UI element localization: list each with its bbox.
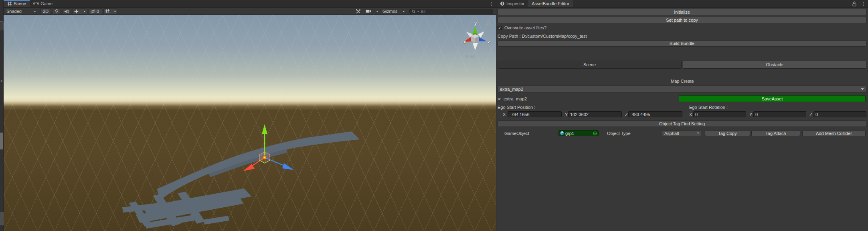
object-tag-setting-header[interactable]: Object Tag Find Setting xyxy=(498,121,866,127)
overwrite-checkbox[interactable]: ✓ xyxy=(498,26,502,30)
object-type-dropdown[interactable]: Asphalt xyxy=(662,130,701,136)
mode-tab-scene-label: Scene xyxy=(583,62,596,67)
foldout-triangle-icon xyxy=(498,98,501,100)
tab-game-label: Game xyxy=(40,1,53,6)
map-foldout-label: extra_map2 xyxy=(504,96,527,101)
unlock-icon[interactable] xyxy=(852,1,857,6)
hidden-count: 0 xyxy=(97,9,99,14)
chevron-down-icon xyxy=(417,11,419,12)
tab-game[interactable]: Game xyxy=(30,0,56,7)
rot-z-input[interactable] xyxy=(813,111,866,117)
inspector-tabbar: Inspector AssetBundle Editor ⋮ xyxy=(496,0,868,8)
shading-mode-dropdown[interactable]: Shaded xyxy=(4,8,38,14)
inspector-panel: Inspector AssetBundle Editor ⋮ Initializ… xyxy=(496,0,868,231)
mode-tab-obstacle[interactable]: Obstacle xyxy=(683,61,866,69)
tab-assetbundle-editor[interactable]: AssetBundle Editor xyxy=(528,0,573,7)
wrench-tools-icon xyxy=(356,9,361,14)
chevron-right-icon: › xyxy=(0,78,2,83)
gizmos-dropdown[interactable]: Gizmos xyxy=(381,8,406,14)
camera-icon xyxy=(366,9,372,13)
scene-search-text: All xyxy=(421,9,425,14)
tag-copy-button[interactable]: Tag Copy xyxy=(705,130,750,136)
scene-viewport[interactable]: y x z ≡ Iso xyxy=(4,15,496,231)
tag-copy-label: Tag Copy xyxy=(718,131,736,136)
tag-attach-button[interactable]: Tag Attach xyxy=(751,130,800,136)
scene-tabbar: Scene Game ⋮ xyxy=(4,0,496,8)
lock-icon[interactable] xyxy=(486,20,491,26)
add-mesh-collider-button[interactable]: Add Mesh Collider xyxy=(802,130,866,136)
gizmo-axis-x-label[interactable]: x xyxy=(463,39,466,44)
pos-x-input[interactable] xyxy=(508,111,562,117)
scene-visibility-button[interactable]: 0 xyxy=(89,8,102,14)
toggle-2d-label: 2D xyxy=(43,9,49,14)
gizmo-axis-z-label[interactable]: z xyxy=(488,39,490,44)
initialize-button[interactable]: Initialize xyxy=(498,9,866,15)
scene-grid-icon xyxy=(7,1,12,6)
overwrite-label: Overwrite asset files? xyxy=(504,25,546,30)
rot-y-input[interactable] xyxy=(753,111,806,117)
rot-x-axis-label: X xyxy=(689,112,692,117)
scene-camera-dropdown[interactable] xyxy=(364,8,380,14)
unity-editor: › Scene Game ⋮ Shaded xyxy=(0,0,868,231)
add-mesh-collider-label: Add Mesh Collider xyxy=(816,131,852,136)
chevron-down-icon xyxy=(83,11,86,12)
orientation-gizmo xyxy=(464,26,487,50)
info-icon xyxy=(500,1,505,6)
rot-x-input[interactable] xyxy=(693,111,746,117)
chevron-down-icon xyxy=(114,11,116,12)
chevron-down-icon xyxy=(34,11,36,12)
rot-y-axis-label: Y xyxy=(749,112,752,117)
toggle-2d-button[interactable]: 2D xyxy=(40,8,51,14)
projection-label: Iso xyxy=(469,54,475,59)
pos-y-input[interactable] xyxy=(568,111,622,117)
gameobject-value: grp1 xyxy=(565,131,574,136)
initialize-label: Initialize xyxy=(674,10,690,14)
scene-panel-menu-icon[interactable]: ⋮ xyxy=(489,0,494,7)
mode-tab-scene[interactable]: Scene xyxy=(498,61,682,69)
eye-off-icon xyxy=(90,9,96,14)
build-bundle-label: Build Bundle xyxy=(670,41,694,46)
chevron-down-icon xyxy=(697,133,699,134)
scene-tools-button[interactable] xyxy=(353,8,363,14)
scene-lighting-button[interactable] xyxy=(52,8,61,14)
chevron-down-icon xyxy=(861,88,864,90)
map-create-heading: Map Create xyxy=(496,79,868,84)
tab-assetbundle-editor-label: AssetBundle Editor xyxy=(532,1,569,6)
speaker-icon xyxy=(64,9,69,14)
scene-3d-content xyxy=(4,15,496,231)
pos-z-input[interactable] xyxy=(628,111,682,117)
tab-inspector[interactable]: Inspector xyxy=(496,0,528,7)
scene-audio-button[interactable] xyxy=(62,8,71,14)
pos-z-axis-label: Z xyxy=(625,112,628,117)
set-path-label: Set path to copy xyxy=(666,18,698,22)
build-bundle-button[interactable]: Build Bundle xyxy=(498,40,866,47)
set-path-button[interactable]: Set path to copy xyxy=(498,17,866,23)
road-mesh xyxy=(122,131,360,229)
shading-mode-label: Shaded xyxy=(5,9,22,14)
inspector-menu-icon[interactable]: ⋮ xyxy=(861,0,866,7)
save-asset-label: SaveAsset xyxy=(762,96,783,101)
projection-toggle[interactable]: ≡ Iso xyxy=(465,54,475,59)
chevron-down-icon xyxy=(403,11,405,12)
gamepad-icon xyxy=(33,2,39,6)
lightbulb-icon xyxy=(55,9,59,14)
scene-effects-dropdown[interactable] xyxy=(72,8,87,14)
check-icon: ✓ xyxy=(498,26,501,30)
tab-inspector-label: Inspector xyxy=(506,1,524,6)
ego-rotation-label: Ego Start Rotation : xyxy=(689,105,728,110)
map-select-dropdown[interactable]: extra_map2 xyxy=(498,86,866,92)
map-foldout[interactable]: extra_map2 xyxy=(498,96,527,101)
mode-tab-obstacle-label: Obstacle xyxy=(766,62,783,67)
ego-position-label: Ego Start Position : xyxy=(498,105,535,110)
gameobject-object-field[interactable]: grp1 xyxy=(558,130,599,136)
left-panel-item-fragment xyxy=(0,133,3,149)
save-asset-button[interactable]: SaveAsset xyxy=(679,95,866,102)
menu-lines-icon: ≡ xyxy=(465,54,468,59)
scene-grid-dropdown[interactable] xyxy=(103,8,118,14)
gizmo-axis-y-label[interactable]: y xyxy=(474,21,477,26)
scene-search-input[interactable]: All xyxy=(409,9,493,14)
left-panel-control-fragment xyxy=(0,21,4,31)
pos-y-axis-label: Y xyxy=(565,112,568,117)
object-picker-icon[interactable] xyxy=(593,131,597,135)
tab-scene[interactable]: Scene xyxy=(4,0,30,7)
